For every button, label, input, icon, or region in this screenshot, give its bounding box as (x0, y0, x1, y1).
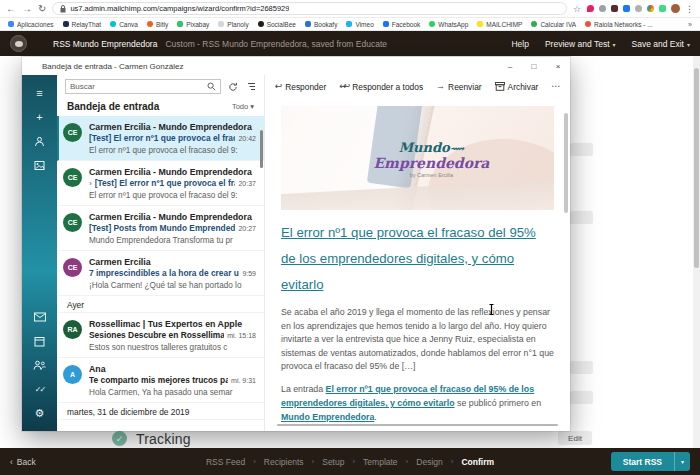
extension-icon[interactable] (611, 5, 618, 12)
list-date-divider[interactable]: martes, 31 de diciembre de 2019 (57, 403, 264, 420)
bookmark-item[interactable]: Canva (110, 21, 138, 28)
email-subject: [Test] El error nº1 que provoca el fraca (95, 177, 236, 189)
campaign-meta: Custom - RSS Mundo Emprendedora, saved f… (165, 39, 387, 49)
people-icon[interactable] (22, 353, 57, 377)
list-item[interactable]: A Ana Te comparto mis mejores trucos par… (57, 358, 264, 403)
list-item[interactable]: RA Rossellimac | Tus Expertos en Apple S… (57, 313, 264, 358)
reply-all-label: Responder a todos (352, 82, 423, 92)
tracking-edit-button[interactable]: Edit (558, 431, 592, 445)
email-preview-window: Bandeja de entrada - Carmen González – □… (22, 57, 570, 431)
page-scrollbar[interactable] (693, 56, 700, 448)
horizontal-scrollbar[interactable] (277, 424, 558, 426)
bookmark-item[interactable]: Facebook (383, 21, 421, 28)
edit-button-partial[interactable] (570, 391, 593, 404)
gear-icon[interactable]: ⚙ (22, 401, 57, 425)
filter-icon[interactable] (245, 82, 256, 91)
site-link[interactable]: Mundo Emprendedora (281, 412, 374, 422)
list-date-divider[interactable]: Ayer (57, 296, 264, 313)
search-input[interactable] (70, 82, 204, 91)
bookmark-item[interactable]: WhatsApp (429, 21, 468, 28)
bookmark-item[interactable]: Planoly (218, 21, 248, 28)
browser-profile-avatar[interactable] (671, 4, 680, 13)
bookmark-item[interactable]: MAILCHIMP (477, 21, 522, 28)
bookmark-label: Facebook (392, 21, 421, 28)
start-rss-dropdown[interactable]: ▾ (674, 452, 690, 471)
forward-button[interactable]: →Reenviar (436, 82, 482, 92)
bookmark-item[interactable]: Vimeo (346, 21, 373, 28)
browser-refresh-icon[interactable]: ↻ (38, 4, 46, 14)
search-icon (207, 82, 216, 91)
breadcrumb-step-recipients[interactable]: Recipients (264, 457, 304, 467)
logo-word-1: Mundo (399, 140, 450, 155)
window-titlebar[interactable]: Bandeja de entrada - Carmen González – □… (22, 57, 570, 75)
edit-button-partial[interactable] (570, 211, 593, 224)
reply-button[interactable]: ↩Responder (275, 82, 327, 92)
extension-icon[interactable] (647, 5, 654, 12)
edit-button-partial[interactable] (570, 143, 593, 156)
browser-menu-icon[interactable]: ⋮ (685, 4, 694, 14)
close-icon[interactable]: × (546, 57, 570, 75)
list-item[interactable]: CE Carmen Ercilia - Mundo Emprendedora [… (57, 206, 264, 251)
new-item-plus-icon[interactable]: + (22, 105, 57, 129)
edit-button-partial[interactable] (570, 361, 593, 374)
mail-icon[interactable] (22, 305, 57, 329)
bookmark-item[interactable]: RelayThat (63, 21, 102, 28)
extension-icon[interactable] (635, 5, 642, 12)
list-scrollbar-thumb[interactable] (260, 130, 263, 168)
bookmark-label: Aplicaciones (17, 21, 54, 28)
address-bar[interactable]: us7.admin.mailchimp.com/campaigns/wizard… (52, 2, 567, 15)
page-scrollbar-thumb[interactable] (694, 68, 699, 268)
archive-button[interactable]: Archivar (495, 82, 539, 92)
email-time: 20:27 (238, 223, 256, 235)
image-icon[interactable] (22, 153, 57, 177)
bookmark-item[interactable]: Raiola Networks - ... (585, 21, 653, 28)
more-actions-button[interactable]: ⋯ (551, 82, 560, 91)
extension-icon[interactable] (659, 5, 666, 12)
maximize-icon[interactable]: □ (522, 57, 546, 75)
browser-forward-icon[interactable]: → (22, 4, 32, 14)
inbox-filter-dropdown[interactable]: Todo ▾ (232, 102, 254, 111)
list-item[interactable]: CE Carmen Ercilia - Mundo Emprendedora [… (57, 116, 264, 161)
extension-icon[interactable] (587, 5, 594, 12)
help-link[interactable]: Help (511, 39, 528, 49)
breadcrumb-step-template[interactable]: Template (363, 457, 398, 467)
bookmark-item[interactable]: Calcular IVA (531, 21, 576, 28)
email-article-title-link[interactable]: El error nº1 que provoca el fracaso del … (281, 220, 554, 298)
bookmark-item[interactable]: Bookafy (305, 21, 338, 28)
bookmark-item[interactable]: Bitly (147, 21, 168, 28)
save-and-exit-menu[interactable]: Save and Exit▾ (632, 39, 690, 49)
list-item[interactable]: CE Carmen Ercilia 7 imprescindibles a la… (57, 251, 264, 296)
reply-all-button[interactable]: ↩↩Responder a todos (339, 82, 423, 92)
bookmark-label: Vimeo (355, 21, 373, 28)
minimize-icon[interactable]: – (498, 57, 522, 75)
mailchimp-freddie-logo[interactable] (10, 35, 27, 52)
breadcrumb-step-setup[interactable]: Setup (322, 457, 344, 467)
extension-icon[interactable] (623, 5, 630, 12)
person-icon[interactable] (22, 129, 57, 153)
email-preview: El error nº1 que provoca el fracaso del … (89, 190, 256, 201)
breadcrumb-step-confirm[interactable]: Confirm (461, 457, 494, 467)
start-rss-button[interactable]: Start RSS (611, 452, 674, 471)
search-box[interactable] (65, 79, 221, 94)
bookmark-item[interactable]: SocialBee (258, 21, 296, 28)
hamburger-menu-icon[interactable]: ≡ (22, 81, 57, 105)
bookmark-item[interactable]: Aplicaciones (8, 21, 54, 28)
tasks-check-icon[interactable]: ✓✓ (22, 377, 57, 401)
mundo-emprendedora-logo: Mundo⟿ Emprendedora by Carmen Ercilia (373, 138, 489, 178)
expand-conversation-icon[interactable]: › (89, 178, 92, 190)
extension-icon[interactable] (599, 5, 606, 12)
breadcrumb-step-rss-feed[interactable]: RSS Feed (206, 457, 245, 467)
browser-back-icon[interactable]: ← (6, 4, 16, 14)
preview-and-test-menu[interactable]: Preview and Test▾ (545, 39, 616, 49)
bookmark-item[interactable]: Pixabay (177, 21, 209, 28)
email-sender: Carmen Ercilia (89, 256, 256, 267)
bookmark-star-icon[interactable]: ☆ (573, 4, 581, 14)
back-button[interactable]: ‹Back (10, 457, 36, 467)
reading-scrollbar-thumb[interactable] (564, 113, 568, 213)
breadcrumb-step-design[interactable]: Design (416, 457, 442, 467)
refresh-icon[interactable] (228, 82, 238, 92)
footer-text: . (374, 412, 376, 422)
bookmarks-overflow-icon[interactable]: » (688, 21, 692, 28)
calendar-icon[interactable] (22, 329, 57, 353)
list-item[interactable]: CE Carmen Ercilia - Mundo Emprendedora ›… (57, 161, 264, 206)
